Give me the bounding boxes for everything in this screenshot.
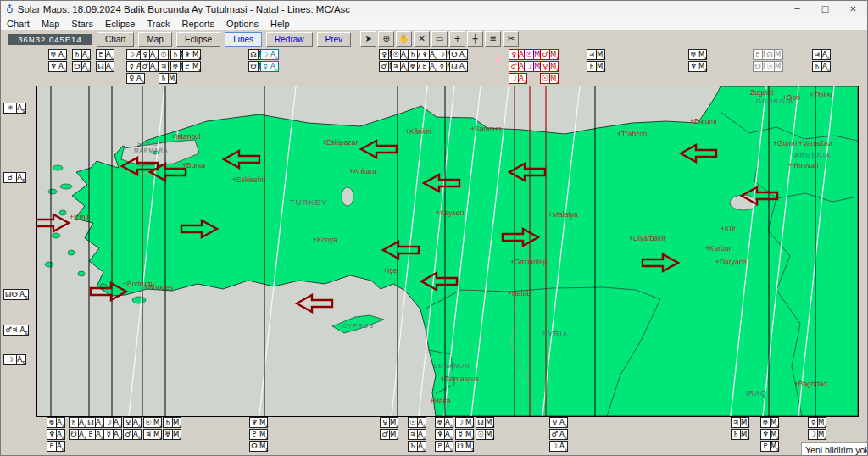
- close-button[interactable]: ✕: [839, 1, 867, 17]
- line-label: ☋As: [69, 429, 87, 440]
- line-label: ♇Mc: [182, 61, 201, 72]
- list-tool-icon[interactable]: ≡: [485, 31, 501, 47]
- maximize-button[interactable]: □: [811, 1, 839, 17]
- prev-button[interactable]: Prev: [317, 32, 352, 47]
- line-label: ♂As: [549, 429, 568, 440]
- line-label: ♅Mc: [760, 417, 779, 428]
- window-controls: ─ □ ✕: [783, 1, 867, 17]
- measure-tool-icon[interactable]: ┼: [467, 31, 483, 47]
- toolbar-text-buttons: ChartMapEclipseLinesRedrawPrev: [92, 32, 351, 47]
- city-label: +Bursa: [182, 161, 205, 170]
- crosshair-tool-icon[interactable]: +: [449, 31, 465, 47]
- line-label: ☽Mc: [455, 417, 474, 428]
- line-label-column: ♅As♆As♇As: [435, 417, 453, 453]
- region-label: SYRIA: [542, 330, 569, 338]
- delete-tool-icon[interactable]: ✕: [414, 31, 430, 47]
- city-label: +Eskisehir: [232, 175, 266, 184]
- line-label-column: ♅As♆As: [48, 49, 67, 73]
- island: [45, 262, 53, 267]
- chart-button[interactable]: Chart: [97, 32, 134, 47]
- line-label-column: ☊As♇As: [86, 417, 104, 441]
- line-label: ☋As: [449, 49, 468, 60]
- city-label: +Ankara: [349, 167, 376, 175]
- line-label: ☋Mc: [455, 441, 474, 452]
- city-label: +Malatya: [548, 210, 578, 219]
- line-label-column: ☊Mc☉Mc: [476, 417, 494, 441]
- menu-map[interactable]: Map: [36, 19, 65, 29]
- line-label-column: ♄As☋As: [69, 417, 87, 441]
- line-label: ☊☋As: [3, 289, 29, 300]
- menu-stars[interactable]: Stars: [65, 19, 99, 29]
- region-label: CYPRUS: [342, 322, 374, 330]
- line-label: ♆As: [48, 61, 67, 72]
- line-label: ☽Mc: [808, 429, 826, 440]
- line-label: ♀Mc: [380, 417, 398, 428]
- line-label: ♃As: [391, 61, 409, 72]
- city-label: +Kânkiri: [405, 127, 431, 136]
- line-label-column: ♀As♂As: [123, 417, 142, 441]
- menu-options[interactable]: Options: [220, 19, 264, 29]
- city-label: +Zugdidi: [746, 88, 774, 97]
- line-label: ♀As: [123, 417, 142, 428]
- pointer-tool-icon[interactable]: ➤: [360, 31, 376, 47]
- menu-eclipse[interactable]: Eclipse: [99, 19, 141, 29]
- line-label: ♀As: [549, 417, 568, 428]
- city-label: +Baghdad: [794, 380, 827, 388]
- city-label: +Halab: [508, 289, 531, 298]
- line-label: ♀As: [126, 73, 145, 84]
- menu-chart[interactable]: Chart: [1, 19, 36, 29]
- city-label: +Vanadzor: [798, 139, 833, 147]
- select-tool-icon[interactable]: ▭: [431, 31, 448, 47]
- cut-tool-icon[interactable]: ✂: [503, 31, 519, 47]
- city-label: +Batumi: [690, 117, 717, 125]
- island: [78, 271, 85, 276]
- line-label-column: ☉Mc♃Mc: [143, 417, 162, 441]
- lines-button[interactable]: Lines: [225, 32, 262, 47]
- island: [60, 184, 72, 189]
- city-label: +Samsun: [470, 125, 501, 133]
- zoom-tool-icon[interactable]: ⊕: [378, 31, 394, 47]
- line-label: ♀As: [140, 49, 159, 60]
- line-label: ☉Mc: [143, 417, 162, 428]
- line-label-column: ♆Mc♇Mc: [182, 49, 201, 73]
- line-label: ♅As: [48, 49, 67, 60]
- line-label-column: ☿Mc☽Mc: [808, 417, 826, 441]
- line-label: ☽As: [103, 417, 122, 428]
- redraw-button[interactable]: Redraw: [266, 32, 312, 47]
- line-label-column: ♀Mc♂Mc: [380, 417, 398, 441]
- line-label-column: ♆Mc♇Mc☊Mc: [249, 417, 268, 453]
- menu-track[interactable]: Track: [141, 19, 175, 29]
- map-canvas[interactable]: +Istanbul+Bursa+Eskisehir+Ankara+Eskipaz…: [36, 86, 859, 417]
- line-label-column: ♃Mc♄Mc: [587, 49, 605, 73]
- city-label: +Haifa: [430, 397, 451, 405]
- line-label: ☿Mc: [455, 429, 474, 440]
- line-label: ♄As: [408, 441, 426, 452]
- region-label: GEORGIA: [756, 97, 793, 105]
- eclipse-button[interactable]: Eclipse: [176, 32, 220, 47]
- line-label-column: ☊Mc☉Mc: [765, 49, 783, 73]
- line-label-column: ☋As☊As: [449, 49, 468, 73]
- menu-reports[interactable]: Reports: [176, 19, 221, 29]
- line-label-column: ♃As♄As: [812, 49, 831, 73]
- city-label: +Istanbul: [171, 132, 201, 141]
- line-label-column: ♆As♇As: [420, 49, 438, 73]
- line-label: ♄Mc: [159, 73, 177, 84]
- minimize-button[interactable]: ─: [783, 1, 811, 17]
- pan-tool-icon[interactable]: ✋: [396, 31, 412, 47]
- map-button[interactable]: Map: [138, 32, 171, 47]
- line-label: ♂♃As: [3, 325, 29, 336]
- line-label: ☊As: [449, 61, 468, 72]
- region-label: IRAQ: [746, 389, 767, 398]
- line-label: ♄Mc: [587, 61, 605, 72]
- toolbar: 36N32 045E14 ChartMapEclipseLinesRedrawP…: [1, 30, 867, 48]
- line-label: ☽As: [260, 49, 279, 60]
- line-label: ☋As: [72, 61, 91, 72]
- line-label: ♆Mc: [688, 61, 707, 72]
- line-label: ♆As: [435, 429, 453, 440]
- city-label: +Eskipazar: [322, 138, 358, 147]
- line-label-column: ♃Mc♄Mc: [731, 417, 749, 441]
- astro-map: +Istanbul+Bursa+Eskisehir+Ankara+Eskipaz…: [37, 86, 858, 416]
- menu-help[interactable]: Help: [264, 19, 296, 29]
- line-label: ☽As: [549, 441, 568, 452]
- line-label: ♂As: [123, 429, 142, 440]
